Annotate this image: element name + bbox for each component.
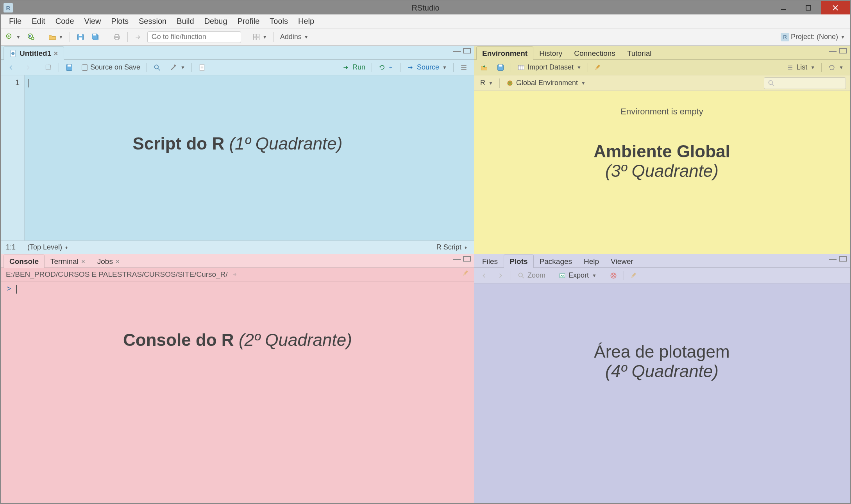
tab-plots[interactable]: Plots xyxy=(504,255,533,268)
code-tools-button[interactable]: ▼ xyxy=(167,63,188,72)
pane-minimize-icon[interactable] xyxy=(453,48,461,52)
menu-tools[interactable]: Tools xyxy=(265,15,293,27)
import-dataset-button[interactable]: Import Dataset▼ xyxy=(515,62,584,72)
minimize-button[interactable] xyxy=(771,1,796,14)
pane-minimize-icon[interactable] xyxy=(829,48,837,52)
clear-workspace-button[interactable] xyxy=(592,63,604,72)
tab-jobs[interactable]: Jobs ✕ xyxy=(91,255,126,268)
plot-prev-button[interactable] xyxy=(478,271,490,280)
menu-code[interactable]: Code xyxy=(51,15,79,27)
find-button[interactable] xyxy=(151,63,163,72)
workspace-panes-button[interactable]: ▼ xyxy=(251,31,269,43)
source-tab-untitled[interactable]: Untitled1 ✕ xyxy=(4,46,64,60)
filetype-selector[interactable]: R Script ♦ xyxy=(434,242,469,252)
pane-maximize-icon[interactable] xyxy=(839,48,847,53)
zoom-button[interactable]: Zoom xyxy=(515,271,548,280)
show-in-new-window-button[interactable] xyxy=(42,63,55,72)
console-working-dir[interactable]: E:/BEN_PROD/CURSOS E PALESTRAS/CURSOS/SI… xyxy=(1,268,474,281)
tab-terminal[interactable]: Terminal ✕ xyxy=(45,255,91,268)
export-button[interactable]: Export▼ xyxy=(556,271,599,280)
close-tab-icon[interactable]: ✕ xyxy=(115,258,120,265)
new-project-button[interactable]: R xyxy=(25,31,37,43)
menu-edit[interactable]: Edit xyxy=(27,15,50,27)
source-button[interactable]: Source ▼ xyxy=(404,62,449,72)
tab-history[interactable]: History xyxy=(533,46,568,60)
goto-dir-icon[interactable] xyxy=(231,271,239,278)
save-workspace-button[interactable] xyxy=(494,63,507,72)
env-body: Environment is empty Ambiente Global (3º… xyxy=(474,91,850,254)
svg-rect-21 xyxy=(253,34,256,37)
save-all-button[interactable] xyxy=(89,31,101,43)
save-source-button[interactable] xyxy=(63,63,75,72)
tab-connections[interactable]: Connections xyxy=(568,46,621,60)
pane-maximize-icon[interactable] xyxy=(463,256,471,262)
print-button[interactable] xyxy=(111,31,123,43)
menu-session[interactable]: Session xyxy=(134,15,171,27)
env-search-input[interactable] xyxy=(764,77,846,89)
plot-next-button[interactable] xyxy=(494,271,507,280)
pane-maximize-icon[interactable] xyxy=(839,256,847,262)
project-menu[interactable]: R Project: (None) ▼ xyxy=(779,31,847,43)
tab-console[interactable]: Console xyxy=(4,255,45,268)
main-toolbar: ▼ R ▼ ▼ Addins ▼ R Project: (None) ▼ xyxy=(1,28,850,46)
menu-debug[interactable]: Debug xyxy=(200,15,232,27)
plots-pane: Files Plots Packages Help Viewer Zoom Ex… xyxy=(474,254,850,503)
svg-line-31 xyxy=(158,68,160,70)
source-toolbar: Source on Save ▼ Run Source ▼ xyxy=(1,60,474,75)
outline-button[interactable] xyxy=(458,63,470,72)
clear-console-button[interactable] xyxy=(462,269,470,279)
maximize-button[interactable] xyxy=(796,1,821,14)
env-scope-selector[interactable]: Global Environment▼ xyxy=(504,78,588,88)
run-button[interactable]: Run xyxy=(340,62,368,72)
pane-minimize-icon[interactable] xyxy=(453,256,461,260)
tab-environment[interactable]: Environment xyxy=(476,46,533,60)
console-pane: Console Terminal ✕ Jobs ✕ E:/BEN_PROD/CU… xyxy=(1,254,474,503)
menu-file[interactable]: File xyxy=(4,15,26,27)
load-workspace-button[interactable] xyxy=(478,63,490,72)
clear-plots-button[interactable] xyxy=(628,271,640,280)
menu-help[interactable]: Help xyxy=(293,15,319,27)
tab-packages[interactable]: Packages xyxy=(534,255,578,268)
svg-line-51 xyxy=(772,84,774,85)
new-file-button[interactable]: ▼ xyxy=(4,31,22,43)
nav-back-button[interactable] xyxy=(5,63,18,72)
source-on-save-toggle[interactable]: Source on Save xyxy=(79,62,143,72)
remove-plot-button[interactable] xyxy=(607,271,620,280)
tab-viewer[interactable]: Viewer xyxy=(605,255,639,268)
open-file-button[interactable]: ▼ xyxy=(47,31,65,43)
checkbox-icon xyxy=(82,64,88,71)
svg-rect-29 xyxy=(68,64,71,66)
editor-body[interactable]: 1 1:1 (Top Level) ♦ R Script ♦ Script do… xyxy=(1,75,474,254)
svg-rect-20 xyxy=(115,37,118,39)
pane-maximize-icon[interactable] xyxy=(463,48,471,53)
nav-fwd-button[interactable] xyxy=(21,63,34,72)
addins-button[interactable]: Addins ▼ xyxy=(279,31,310,43)
console-tabstrip: Console Terminal ✕ Jobs ✕ xyxy=(1,254,474,268)
goto-file-input[interactable] xyxy=(147,31,241,43)
scope-selector[interactable]: (Top Level) ♦ xyxy=(25,242,70,252)
pane-minimize-icon[interactable] xyxy=(829,256,837,260)
menu-plots[interactable]: Plots xyxy=(107,15,133,27)
tab-tutorial[interactable]: Tutorial xyxy=(621,46,658,60)
source-pane: Untitled1 ✕ Source on Save ▼ xyxy=(1,46,474,254)
editor-area[interactable] xyxy=(25,75,474,240)
window-titlebar: R RStudio xyxy=(1,1,850,14)
refresh-button[interactable]: ▼ xyxy=(826,63,846,72)
view-mode-button[interactable]: List▼ xyxy=(784,62,817,72)
close-tab-icon[interactable]: ✕ xyxy=(81,258,86,265)
compile-report-button[interactable] xyxy=(196,63,208,72)
console-body[interactable]: E:/BEN_PROD/CURSOS E PALESTRAS/CURSOS/SI… xyxy=(1,268,474,503)
menu-view[interactable]: View xyxy=(80,15,106,27)
menu-build[interactable]: Build xyxy=(172,15,198,27)
save-button[interactable] xyxy=(75,31,86,43)
tab-files[interactable]: Files xyxy=(476,255,504,268)
rscript-file-icon xyxy=(9,50,17,57)
tab-help[interactable]: Help xyxy=(578,255,605,268)
close-tab-icon[interactable]: ✕ xyxy=(54,50,58,57)
svg-rect-23 xyxy=(253,37,256,40)
close-button[interactable] xyxy=(821,1,850,14)
console-prompt[interactable]: > xyxy=(1,281,474,296)
rerun-button[interactable] xyxy=(376,63,396,72)
menu-profile[interactable]: Profile xyxy=(233,15,265,27)
language-selector[interactable]: R▼ xyxy=(478,78,495,88)
